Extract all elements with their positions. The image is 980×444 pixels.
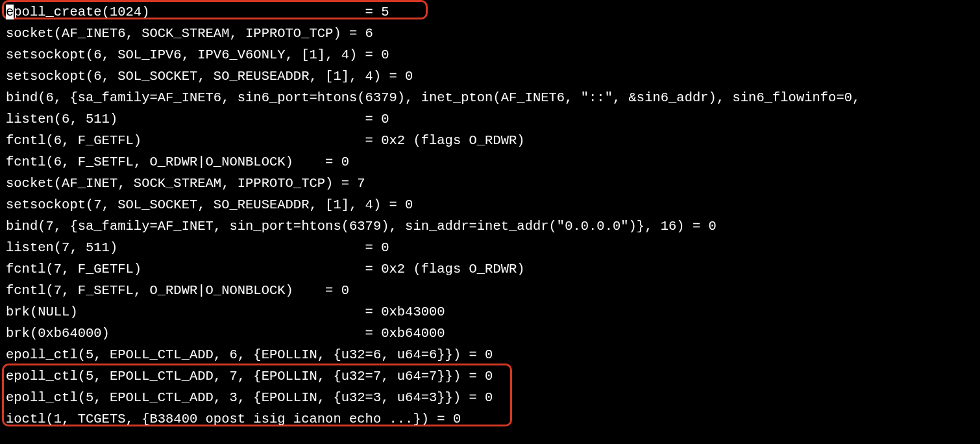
strace-line[interactable]: setsockopt(7, SOL_SOCKET, SO_REUSEADDR, … <box>0 194 980 216</box>
strace-line[interactable]: setsockopt(6, SOL_IPV6, IPV6_V6ONLY, [1]… <box>0 44 980 66</box>
strace-text: fcntl(6, F_SETFL, O_RDWR|O_NONBLOCK) = 0 <box>6 154 349 169</box>
strace-text: epoll_ctl(5, EPOLL_CTL_ADD, 6, {EPOLLIN,… <box>6 347 493 362</box>
strace-line[interactable]: epoll_ctl(5, EPOLL_CTL_ADD, 6, {EPOLLIN,… <box>0 344 980 365</box>
strace-line[interactable]: fcntl(6, F_SETFL, O_RDWR|O_NONBLOCK) = 0 <box>0 151 980 173</box>
strace-line[interactable]: ioctl(1, TCGETS, {B38400 opost isig ican… <box>0 408 980 430</box>
strace-text: listen(7, 511) = 0 <box>6 240 389 255</box>
strace-text: setsockopt(6, SOL_SOCKET, SO_REUSEADDR, … <box>6 69 413 84</box>
strace-line[interactable]: listen(7, 511) = 0 <box>0 237 980 258</box>
strace-text: fcntl(7, F_GETFL) = 0x2 (flags O_RDWR) <box>6 262 525 277</box>
strace-line[interactable]: bind(6, {sa_family=AF_INET6, sin6_port=h… <box>0 87 980 108</box>
strace-text: brk(0xb64000) = 0xb64000 <box>6 326 445 341</box>
strace-text: bind(6, {sa_family=AF_INET6, sin6_port=h… <box>6 90 860 105</box>
strace-line[interactable]: brk(NULL) = 0xb43000 <box>0 301 980 323</box>
strace-line[interactable]: epoll_create(1024) = 5 <box>0 1 980 23</box>
strace-line[interactable]: fcntl(7, F_GETFL) = 0x2 (flags O_RDWR) <box>0 258 980 280</box>
strace-line[interactable]: fcntl(7, F_SETFL, O_RDWR|O_NONBLOCK) = 0 <box>0 280 980 301</box>
strace-text: brk(NULL) = 0xb43000 <box>6 304 445 319</box>
strace-line[interactable]: bind(7, {sa_family=AF_INET, sin_port=hto… <box>0 216 980 237</box>
terminal-output[interactable]: epoll_create(1024) = 5socket(AF_INET6, S… <box>0 0 980 430</box>
strace-text: fcntl(7, F_SETFL, O_RDWR|O_NONBLOCK) = 0 <box>6 283 349 298</box>
strace-text: fcntl(6, F_GETFL) = 0x2 (flags O_RDWR) <box>6 133 525 148</box>
strace-line[interactable]: setsockopt(6, SOL_SOCKET, SO_REUSEADDR, … <box>0 66 980 87</box>
strace-text: setsockopt(6, SOL_IPV6, IPV6_V6ONLY, [1]… <box>6 47 389 62</box>
strace-text: setsockopt(7, SOL_SOCKET, SO_REUSEADDR, … <box>6 197 413 212</box>
text-selection: e <box>6 5 14 19</box>
strace-line[interactable]: epoll_ctl(5, EPOLL_CTL_ADD, 7, {EPOLLIN,… <box>0 365 980 387</box>
strace-text: epoll_ctl(5, EPOLL_CTL_ADD, 3, {EPOLLIN,… <box>6 390 493 405</box>
strace-line[interactable]: socket(AF_INET6, SOCK_STREAM, IPPROTO_TC… <box>0 23 980 44</box>
strace-text: poll_create(1024) = 5 <box>14 5 389 19</box>
strace-text: listen(6, 511) = 0 <box>6 112 389 127</box>
strace-line[interactable]: fcntl(6, F_GETFL) = 0x2 (flags O_RDWR) <box>0 130 980 151</box>
strace-line[interactable]: listen(6, 511) = 0 <box>0 108 980 130</box>
strace-text: epoll_ctl(5, EPOLL_CTL_ADD, 7, {EPOLLIN,… <box>6 369 493 384</box>
strace-line[interactable]: epoll_ctl(5, EPOLL_CTL_ADD, 3, {EPOLLIN,… <box>0 387 980 408</box>
strace-text: bind(7, {sa_family=AF_INET, sin_port=hto… <box>6 219 717 234</box>
strace-line[interactable]: brk(0xb64000) = 0xb64000 <box>0 323 980 344</box>
strace-line[interactable]: socket(AF_INET, SOCK_STREAM, IPPROTO_TCP… <box>0 173 980 194</box>
strace-text: socket(AF_INET6, SOCK_STREAM, IPPROTO_TC… <box>6 26 373 41</box>
strace-text: ioctl(1, TCGETS, {B38400 opost isig ican… <box>6 412 461 426</box>
strace-text: socket(AF_INET, SOCK_STREAM, IPPROTO_TCP… <box>6 176 365 191</box>
